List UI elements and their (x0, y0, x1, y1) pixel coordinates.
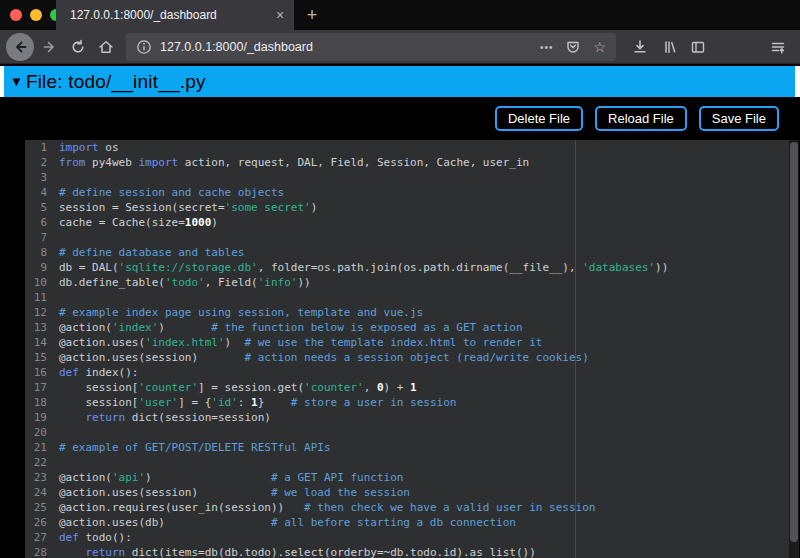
code-text: def todo(): (59, 530, 132, 545)
line-number: 12 (25, 305, 47, 320)
code-line[interactable]: 22 (25, 455, 789, 470)
code-text: return dict(items=db(db.todo).select(ord… (59, 545, 536, 558)
code-text: from py4web import action, request, DAL,… (59, 155, 529, 170)
code-line[interactable]: 3 (25, 170, 789, 185)
nav-toolbar: 127.0.0.1:8000/_dashboard ••• ☆ (0, 30, 800, 64)
scrollbar-track[interactable] (789, 140, 799, 558)
browser-tab[interactable]: 127.0.0.1:8000/_dashboard × (56, 0, 294, 30)
sidebar-button[interactable] (690, 39, 706, 55)
code-text: session['user'] = {'id': 1} # store a us… (59, 395, 456, 410)
sidebar-icon (690, 39, 706, 55)
hamburger-menu-icon (770, 39, 786, 55)
bookmark-star-icon[interactable]: ☆ (593, 39, 606, 55)
save-file-button[interactable]: Save File (699, 106, 779, 131)
back-button[interactable] (6, 33, 34, 61)
file-header-bar[interactable]: ▼ File: todo/__init__.py (4, 66, 795, 97)
code-text: @action.uses('index.html') # we use the … (59, 335, 542, 350)
code-text: @action('api') # a GET API function (59, 470, 403, 485)
code-line[interactable]: 21# example of GET/POST/DELETE RESTful A… (25, 440, 789, 455)
tab-close-icon[interactable]: × (272, 7, 288, 23)
code-line[interactable]: 4# define session and cache objects (25, 185, 789, 200)
line-number: 22 (25, 455, 47, 470)
code-line[interactable]: 1import os (25, 140, 789, 155)
menu-button[interactable] (770, 39, 786, 55)
line-number: 3 (25, 170, 47, 185)
code-line[interactable]: 20 (25, 425, 789, 440)
forward-icon (42, 39, 58, 55)
file-actions: Delete File Reload File Save File (495, 106, 779, 131)
code-line[interactable]: 5session = Session(secret='some secret') (25, 200, 789, 215)
code-text: # example index page using session, temp… (59, 305, 423, 320)
code-lines: 1import os2from py4web import action, re… (25, 140, 789, 558)
site-info-icon[interactable] (136, 39, 152, 55)
code-line[interactable]: 12# example index page using session, te… (25, 305, 789, 320)
line-number: 18 (25, 395, 47, 410)
code-text: cache = Cache(size=1000) (59, 215, 218, 230)
code-line[interactable]: 18 session['user'] = {'id': 1} # store a… (25, 395, 789, 410)
header-row: ▼ File: todo/__init__.py (0, 66, 800, 97)
code-line[interactable]: 13@action('index') # the function below … (25, 320, 789, 335)
home-button[interactable] (98, 39, 114, 55)
code-line[interactable]: 19 return dict(session=session) (25, 410, 789, 425)
file-header-title: File: todo/__init__.py (26, 71, 206, 93)
code-line[interactable]: 14@action.uses('index.html') # we use th… (25, 335, 789, 350)
code-line[interactable]: 7 (25, 230, 789, 245)
scrollbar-thumb[interactable] (790, 142, 798, 542)
new-tab-button[interactable]: + (301, 4, 323, 26)
line-number: 19 (25, 410, 47, 425)
code-text: db = DAL('sqlite://storage.db', folder=o… (59, 260, 668, 275)
downloads-button[interactable] (632, 39, 648, 55)
code-text: import os (59, 140, 119, 155)
library-button[interactable] (662, 39, 678, 55)
line-number: 16 (25, 365, 47, 380)
line-number: 28 (25, 545, 47, 558)
minimize-window-icon[interactable] (30, 9, 42, 21)
code-line[interactable]: 16def index(): (25, 365, 789, 380)
code-line[interactable]: 9db = DAL('sqlite://storage.db', folder=… (25, 260, 789, 275)
code-line[interactable]: 23@action('api') # a GET API function (25, 470, 789, 485)
code-text: def index(): (59, 365, 138, 380)
download-icon (632, 39, 648, 55)
close-window-icon[interactable] (10, 9, 22, 21)
pocket-icon[interactable] (565, 39, 581, 55)
window-titlebar: 127.0.0.1:8000/_dashboard × + (0, 0, 800, 30)
code-text: @action.uses(session) # action needs a s… (59, 350, 589, 365)
code-text: # example of GET/POST/DELETE RESTful API… (59, 440, 331, 455)
code-editor[interactable]: 1import os2from py4web import action, re… (25, 140, 789, 558)
line-number: 20 (25, 425, 47, 440)
code-line[interactable]: 28 return dict(items=db(db.todo).select(… (25, 545, 789, 558)
forward-button[interactable] (42, 39, 58, 55)
reload-button[interactable] (70, 39, 86, 55)
code-line[interactable]: 17 session['counter'] = session.get('cou… (25, 380, 789, 395)
line-number: 9 (25, 260, 47, 275)
delete-file-button[interactable]: Delete File (495, 106, 583, 131)
code-line[interactable]: 27def todo(): (25, 530, 789, 545)
url-text[interactable]: 127.0.0.1:8000/_dashboard (160, 40, 313, 54)
code-line[interactable]: 11 (25, 290, 789, 305)
code-text: @action.requires(user_in(session)) # the… (59, 500, 595, 515)
library-icon (662, 39, 678, 55)
code-text: @action.uses(db) # all before starting a… (59, 515, 516, 530)
reload-file-button[interactable]: Reload File (595, 106, 687, 131)
line-number: 10 (25, 275, 47, 290)
code-text: session['counter'] = session.get('counte… (59, 380, 417, 395)
code-line[interactable]: 10db.define_table('todo', Field('info')) (25, 275, 789, 290)
line-number: 15 (25, 350, 47, 365)
code-line[interactable]: 8# define database and tables (25, 245, 789, 260)
url-bar[interactable]: 127.0.0.1:8000/_dashboard ••• ☆ (126, 33, 616, 61)
line-number: 23 (25, 470, 47, 485)
page-actions-icon[interactable]: ••• (540, 42, 554, 53)
code-line[interactable]: 26@action.uses(db) # all before starting… (25, 515, 789, 530)
home-icon (98, 39, 114, 55)
code-line[interactable]: 25@action.requires(user_in(session)) # t… (25, 500, 789, 515)
code-line[interactable]: 24@action.uses(session) # we load the se… (25, 485, 789, 500)
code-text: @action('index') # the function below is… (59, 320, 523, 335)
line-number: 17 (25, 380, 47, 395)
code-line[interactable]: 15@action.uses(session) # action needs a… (25, 350, 789, 365)
line-number: 4 (25, 185, 47, 200)
code-line[interactable]: 2from py4web import action, request, DAL… (25, 155, 789, 170)
code-line[interactable]: 6cache = Cache(size=1000) (25, 215, 789, 230)
code-text: @action.uses(session) # we load the sess… (59, 485, 410, 500)
code-text: # define database and tables (59, 245, 244, 260)
collapse-caret-icon[interactable]: ▼ (10, 74, 23, 89)
